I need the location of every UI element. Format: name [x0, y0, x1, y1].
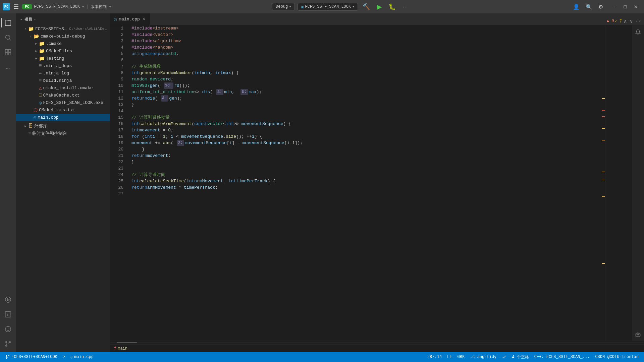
sidebar-dropdown-arrow[interactable]: ▾	[34, 17, 37, 21]
tree-external-lib[interactable]: ▶ 🗄 外部库	[16, 122, 110, 130]
cmakelists-icon: ⬡	[34, 107, 38, 113]
tree-temp-files[interactable]: ≡ 临时文件和控制台	[16, 130, 110, 137]
activity-search[interactable]	[1, 31, 15, 44]
activity-run[interactable]	[1, 294, 15, 308]
tree-build-ninja[interactable]: ≡ build.ninja	[16, 77, 110, 84]
hamburger-menu[interactable]: ☰	[12, 2, 20, 12]
activity-explorer[interactable]	[1, 16, 15, 29]
activity-terminal[interactable]	[1, 309, 15, 322]
editor-scrollbar[interactable]	[600, 25, 605, 341]
svg-point-6	[5, 297, 11, 303]
minimap-content	[605, 25, 632, 341]
run-button[interactable]: ▶	[375, 1, 384, 12]
tree-root[interactable]: ▾ 📁 FCFS+SSTF+SCAN+LOOK C:\Users\Abit\De…	[16, 25, 110, 33]
cmake-install-icon: △	[39, 85, 42, 91]
status-indent[interactable]: 4 个空格	[509, 354, 531, 360]
tab-up-btn[interactable]: ∧	[623, 17, 628, 25]
ninja-deps-icon: ≡	[39, 63, 42, 68]
activity-error[interactable]	[1, 324, 15, 337]
status-file[interactable]: ◎ main.cpp	[68, 352, 96, 362]
tree-cmakefiles[interactable]: ▶ 📁 CMakeFiles	[16, 47, 110, 55]
tree-main-cpp[interactable]: ◎ main.cpp	[16, 114, 110, 121]
function-name[interactable]: main	[118, 346, 127, 351]
settings-icon[interactable]: ⚙	[596, 2, 605, 11]
close-button[interactable]: ✕	[631, 3, 641, 11]
ninja-log-icon: ≡	[39, 70, 42, 76]
hammer-icon[interactable]: 🔨	[361, 2, 372, 12]
status-line-ending[interactable]: LF	[444, 355, 454, 359]
tab-actions: ▲ 9 ✓ 7 ∧ ∨ ⋯	[607, 17, 644, 25]
status-branch[interactable]: FCFS+SSTF+SCAN+LOOK	[3, 352, 60, 362]
scroll-marker-5	[602, 140, 605, 140]
code-line-3: #include <algorithm>	[131, 38, 600, 44]
project-badge[interactable]: FC	[22, 4, 32, 9]
svg-point-0	[6, 35, 10, 40]
tab-split-btn[interactable]: ⋯	[635, 17, 641, 25]
cmakecache-label: CMakeCache.txt	[43, 93, 79, 98]
svg-point-19	[639, 335, 639, 335]
code-line-15: // 计算引臂移动量	[131, 114, 600, 121]
scrollbar-thumb[interactable]	[117, 342, 137, 343]
svg-rect-4	[5, 53, 8, 55]
external-lib-icon: 🗄	[28, 123, 33, 129]
activity-extensions[interactable]	[1, 46, 15, 59]
code-content[interactable]: #include <iostream> #include <vector> #i…	[127, 25, 600, 341]
debug-button[interactable]: 🐛	[386, 2, 398, 12]
sidebar-tree: ▾ 📁 FCFS+SSTF+SCAN+LOOK C:\Users\Abit\De…	[16, 25, 110, 352]
status-clang-tidy[interactable]	[499, 355, 509, 359]
status-position[interactable]: 287:14	[425, 355, 444, 359]
titlebar: FC ☰ FC FCFS_SSTF_SCAN_LOOK ▾ | 版本控制 ▾ D…	[0, 0, 644, 13]
tree-cmakelists[interactable]: ⬡ CMakeLists.txt	[16, 106, 110, 114]
status-csdn[interactable]: CSDN @CDTU-Irontan	[592, 355, 641, 359]
minimap[interactable]	[605, 25, 632, 341]
tree-cmake-install[interactable]: △ cmake_install.cmake	[16, 84, 110, 92]
tab-close-btn[interactable]: ×	[142, 16, 146, 22]
status-file-icon: ◎	[70, 355, 73, 360]
cmakefiles-icon: 📁	[39, 48, 45, 54]
more-actions-button[interactable]: ⋯	[400, 2, 410, 11]
svg-point-14	[9, 342, 11, 343]
cmake-build-debug-arrow: ▾	[28, 35, 34, 38]
status-language[interactable]: C++: FCFS_SSTF_SCAN_...	[532, 355, 593, 359]
exe-icon: ◎	[39, 100, 42, 106]
notification-icon[interactable]	[634, 28, 642, 38]
status-formatter[interactable]: .clang-tidy	[467, 355, 499, 359]
tab-bar: ◎ main.cpp × ▲ 9 ✓ 7 ∧ ∨ ⋯	[110, 13, 644, 25]
build-ninja-label: build.ninja	[43, 78, 72, 83]
error-count-badge: ▲ 9	[607, 19, 614, 23]
tree-ninja-deps[interactable]: ≡ .ninja_deps	[16, 62, 110, 69]
version-control-label[interactable]: 版本控制	[91, 4, 107, 10]
main-cpp-label: main.cpp	[38, 115, 58, 120]
account-icon[interactable]: 👤	[571, 2, 582, 11]
debug-config-btn[interactable]: Debug ▾	[272, 3, 295, 10]
robot-icon[interactable]	[634, 330, 642, 341]
tree-exe[interactable]: ◎ FCFS_SSTF_SCAN_LOOK.exe	[16, 99, 110, 106]
scroll-marker-9	[602, 263, 605, 264]
root-label: FCFS+SSTF+SCAN+LOOK	[35, 26, 67, 32]
tree-cmakecache[interactable]: □ CMakeCache.txt	[16, 92, 110, 99]
activity-more[interactable]: ⋯	[1, 62, 15, 75]
tree-cmake-build-debug[interactable]: ▾ 📂 cmake-build-debug	[16, 33, 110, 40]
tree-cmake[interactable]: ▶ 📁 .cmake	[16, 40, 110, 47]
sidebar-header[interactable]: ▾ 项目 ▾	[16, 13, 110, 25]
tab-down-btn[interactable]: ∨	[629, 17, 634, 25]
code-line-10: mt19937 gen( sd: rd());	[131, 82, 600, 89]
function-icon: f	[114, 346, 116, 351]
code-line-8: int generateRandomNumber(int min, int ma…	[131, 70, 600, 76]
svg-point-12	[8, 330, 8, 331]
main-layout: ⋯	[0, 13, 644, 352]
tree-ninja-log[interactable]: ≡ .ninja_log	[16, 69, 110, 77]
cmakecache-icon: □	[39, 93, 42, 98]
line-numbers: 1 2 3 4 5 6 7 8 9 10 11 12 13 14 15 16 1…	[110, 25, 127, 341]
minimize-button[interactable]: ─	[610, 3, 620, 11]
horizontal-scrollbar[interactable]	[110, 341, 644, 345]
maximize-button[interactable]: □	[621, 3, 630, 11]
activity-git[interactable]	[1, 339, 15, 352]
svg-rect-2	[5, 50, 8, 52]
code-line-11: uniform_int_distribution<> dis( a: min, …	[131, 89, 600, 95]
tree-testing[interactable]: ▶ 📁 Testing	[16, 55, 110, 62]
status-encoding[interactable]: GBK	[455, 355, 468, 359]
tab-main-cpp[interactable]: ◎ main.cpp ×	[110, 13, 150, 25]
target-config-btn[interactable]: ▣ FCFS_SSTF_SCAN_LOOK ▾	[298, 3, 358, 11]
search-icon[interactable]: 🔍	[584, 2, 594, 11]
